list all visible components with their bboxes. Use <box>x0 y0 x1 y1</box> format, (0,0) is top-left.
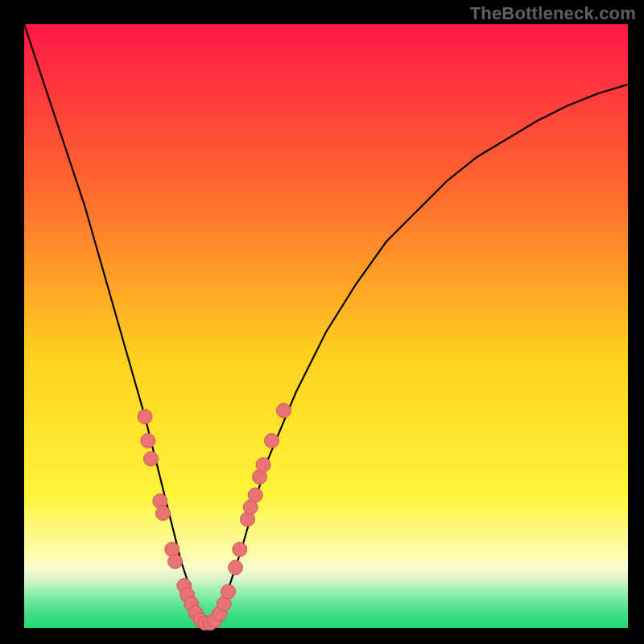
sample-point <box>229 560 243 575</box>
sample-point <box>168 555 183 569</box>
sample-point <box>141 434 155 448</box>
plot-background <box>24 24 628 628</box>
sample-point <box>265 434 279 448</box>
sample-point <box>233 543 247 557</box>
chart-svg <box>0 0 644 644</box>
watermark-text: TheBottleneck.com <box>470 3 636 24</box>
sample-point <box>277 403 291 418</box>
sample-point <box>248 488 262 502</box>
sample-point <box>221 584 236 599</box>
sample-point <box>256 458 270 473</box>
chart-frame: TheBottleneck.com <box>0 0 644 644</box>
sample-point <box>138 410 152 424</box>
sample-point <box>156 506 171 521</box>
sample-point <box>144 452 159 466</box>
